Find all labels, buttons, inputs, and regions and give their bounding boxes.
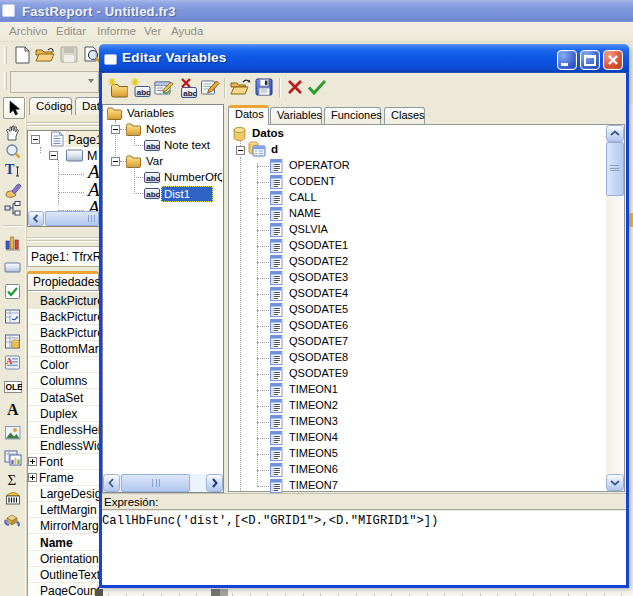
- svg-text:Σ: Σ: [8, 472, 17, 488]
- svg-text:abc: abc: [146, 190, 160, 199]
- svg-text:A: A: [6, 356, 13, 366]
- svg-text:abc: abc: [146, 142, 160, 151]
- svg-text:OLE: OLE: [6, 382, 23, 392]
- svg-text:T: T: [5, 162, 15, 177]
- svg-text:A: A: [7, 401, 19, 418]
- svg-text:abc: abc: [137, 88, 151, 97]
- svg-text:abc: abc: [183, 89, 197, 98]
- svg-text:abc: abc: [146, 174, 160, 183]
